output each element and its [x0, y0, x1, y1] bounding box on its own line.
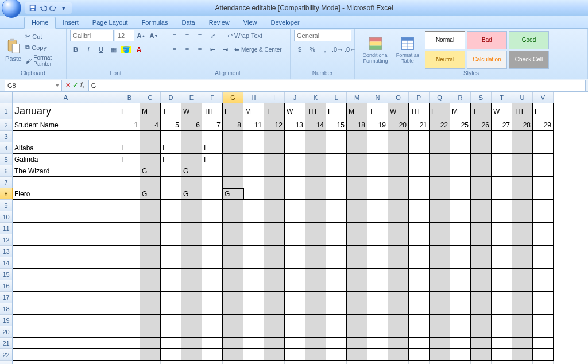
cell-F12[interactable]	[202, 234, 223, 246]
cell-E20[interactable]	[181, 326, 202, 338]
cell-H15[interactable]	[243, 269, 264, 280]
cell-N22[interactable]	[368, 349, 388, 361]
cell-L3[interactable]	[326, 131, 347, 142]
cell-N7[interactable]	[368, 177, 388, 188]
column-header-G[interactable]: G	[223, 92, 243, 103]
cell-J18[interactable]	[285, 303, 305, 315]
cell-P15[interactable]	[409, 269, 430, 280]
cell-M18[interactable]	[347, 303, 368, 315]
cell-V15[interactable]	[533, 269, 554, 280]
cell-A5[interactable]: Galinda	[13, 154, 119, 165]
cell-J22[interactable]	[285, 349, 305, 361]
increase-decimal-button[interactable]: .0→	[332, 44, 343, 55]
cell-B19[interactable]	[119, 315, 140, 326]
cell-P7[interactable]	[409, 177, 430, 188]
cell-P12[interactable]	[409, 234, 430, 246]
cell-E10[interactable]	[181, 211, 202, 223]
cell-O1[interactable]: W	[388, 103, 409, 119]
cell-J8[interactable]	[285, 188, 305, 200]
cell-I18[interactable]	[264, 303, 285, 315]
cell-D16[interactable]	[161, 280, 181, 292]
cell-V1[interactable]: F	[533, 103, 554, 119]
cell-V9[interactable]	[533, 200, 554, 211]
cell-J15[interactable]	[285, 269, 305, 280]
cell-C5[interactable]	[140, 154, 161, 165]
tab-view[interactable]: View	[237, 17, 264, 28]
cell-P1[interactable]: TH	[409, 103, 430, 119]
cell-H16[interactable]	[243, 280, 264, 292]
cell-V11[interactable]	[533, 223, 554, 234]
cell-K15[interactable]	[305, 269, 326, 280]
cell-C17[interactable]	[140, 292, 161, 303]
cell-V10[interactable]	[533, 211, 554, 223]
cell-M3[interactable]	[347, 131, 368, 142]
cell-N15[interactable]	[368, 269, 388, 280]
cell-C8[interactable]: G	[140, 188, 161, 200]
cell-D10[interactable]	[161, 211, 181, 223]
shrink-font-button[interactable]: A▼	[148, 30, 160, 41]
cell-A16[interactable]	[13, 280, 119, 292]
cell-V2[interactable]: 29	[533, 119, 554, 131]
cell-M5[interactable]	[347, 154, 368, 165]
cell-S9[interactable]	[471, 200, 492, 211]
cell-S19[interactable]	[471, 315, 492, 326]
cell-I2[interactable]: 12	[264, 119, 285, 131]
cell-A12[interactable]	[13, 234, 119, 246]
cell-A22[interactable]	[13, 349, 119, 361]
cell-S1[interactable]: T	[471, 103, 492, 119]
cell-V23[interactable]	[533, 361, 554, 364]
cell-R20[interactable]	[450, 326, 471, 338]
row-header-18[interactable]: 18	[0, 303, 13, 315]
cell-U15[interactable]	[512, 269, 533, 280]
cell-I11[interactable]	[264, 223, 285, 234]
cell-N21[interactable]	[368, 338, 388, 349]
cell-M7[interactable]	[347, 177, 368, 188]
cell-Q13[interactable]	[430, 246, 450, 257]
cell-C18[interactable]	[140, 303, 161, 315]
tab-review[interactable]: Review	[202, 17, 237, 28]
tab-data[interactable]: Data	[175, 17, 202, 28]
cell-Q3[interactable]	[430, 131, 450, 142]
cell-A23[interactable]	[13, 361, 119, 364]
cell-T13[interactable]	[492, 246, 512, 257]
cell-K16[interactable]	[305, 280, 326, 292]
cell-G7[interactable]	[223, 177, 243, 188]
cell-Q23[interactable]	[430, 361, 450, 364]
cell-L22[interactable]	[326, 349, 347, 361]
cell-I16[interactable]	[264, 280, 285, 292]
fx-icon[interactable]: fx	[80, 81, 85, 90]
cell-L5[interactable]	[326, 154, 347, 165]
cell-U14[interactable]	[512, 257, 533, 269]
cell-Q8[interactable]	[430, 188, 450, 200]
cell-K3[interactable]	[305, 131, 326, 142]
cell-J2[interactable]: 13	[285, 119, 305, 131]
column-header-V[interactable]: V	[533, 92, 554, 103]
column-header-I[interactable]: I	[264, 92, 285, 103]
cell-U21[interactable]	[512, 338, 533, 349]
cell-H2[interactable]: 11	[243, 119, 264, 131]
cell-O8[interactable]	[388, 188, 409, 200]
cell-R12[interactable]	[450, 234, 471, 246]
cell-M11[interactable]	[347, 223, 368, 234]
cell-S6[interactable]	[471, 165, 492, 177]
cell-G11[interactable]	[223, 223, 243, 234]
cell-T9[interactable]	[492, 200, 512, 211]
cell-P13[interactable]	[409, 246, 430, 257]
cell-V8[interactable]	[533, 188, 554, 200]
cell-Q14[interactable]	[430, 257, 450, 269]
cell-L23[interactable]	[326, 361, 347, 364]
cell-A8[interactable]: Fiero	[13, 188, 119, 200]
cell-C10[interactable]	[140, 211, 161, 223]
cell-O22[interactable]	[388, 349, 409, 361]
cell-D22[interactable]	[161, 349, 181, 361]
cell-A18[interactable]	[13, 303, 119, 315]
cell-Q11[interactable]	[430, 223, 450, 234]
cell-G4[interactable]	[223, 142, 243, 154]
cell-G1[interactable]: F	[223, 103, 243, 119]
cell-A19[interactable]	[13, 315, 119, 326]
cell-G19[interactable]	[223, 315, 243, 326]
cell-B7[interactable]	[119, 177, 140, 188]
cell-C14[interactable]	[140, 257, 161, 269]
row-header-19[interactable]: 19	[0, 315, 13, 326]
cell-V21[interactable]	[533, 338, 554, 349]
